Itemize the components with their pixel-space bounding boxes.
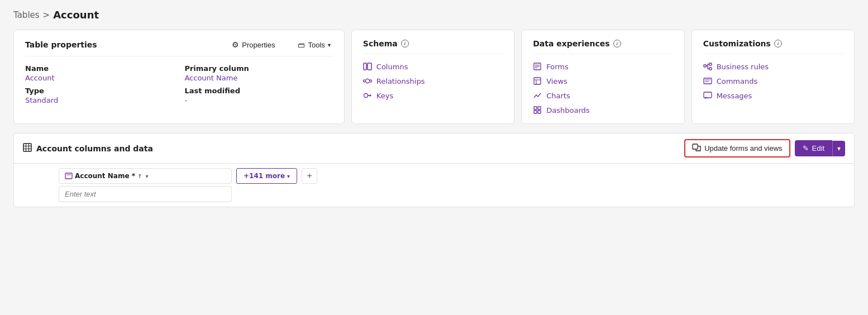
breadcrumb-parent[interactable]: Tables bbox=[13, 10, 40, 20]
customizations-title: Customizations i bbox=[703, 39, 782, 48]
table-props-grid: Name Account Primary column Account Name… bbox=[25, 64, 333, 104]
top-cards-row: Table properties ⚙ Properties 🗃 Tools ▾ bbox=[13, 30, 855, 124]
bottom-section-title: Account columns and data bbox=[23, 143, 153, 154]
bottom-section: Account columns and data Update forms an… bbox=[13, 133, 855, 207]
schema-info-icon: i bbox=[401, 40, 409, 47]
more-columns-chevron-icon: ▾ bbox=[287, 173, 290, 179]
customizations-info-icon: i bbox=[774, 40, 782, 47]
svg-rect-0 bbox=[364, 63, 366, 70]
schema-card: Schema i Columns Relationships bbox=[351, 30, 514, 124]
customizations-card: Customizations i Business rules Commands bbox=[691, 30, 855, 124]
more-columns-button[interactable]: +141 more ▾ bbox=[236, 168, 297, 184]
name-label: Name bbox=[25, 64, 173, 73]
keys-icon bbox=[363, 91, 372, 100]
business-rules-icon bbox=[703, 62, 712, 71]
views-icon bbox=[533, 77, 542, 85]
chevron-down-icon: ▾ bbox=[328, 42, 331, 48]
table-props-actions: ⚙ Properties 🗃 Tools ▾ bbox=[230, 39, 333, 50]
commands-link[interactable]: Commands bbox=[703, 77, 843, 85]
svg-rect-16 bbox=[704, 65, 706, 67]
name-value[interactable]: Account bbox=[25, 74, 173, 82]
data-exp-header: Data experiences i bbox=[533, 39, 673, 54]
messages-link[interactable]: Messages bbox=[703, 91, 843, 100]
svg-rect-18 bbox=[709, 68, 712, 70]
svg-rect-28 bbox=[693, 144, 698, 149]
data-exp-items: Forms Views Charts bbox=[533, 62, 673, 114]
schema-keys-link[interactable]: Keys bbox=[363, 91, 503, 100]
update-forms-icon bbox=[692, 144, 701, 153]
primary-col-prop: Primary column Account Name bbox=[184, 64, 332, 82]
table-props-title: Table properties bbox=[25, 40, 97, 49]
views-link[interactable]: Views bbox=[533, 77, 673, 85]
forms-link[interactable]: Forms bbox=[533, 62, 673, 71]
sort-asc-icon: ↑ bbox=[137, 173, 142, 179]
data-exp-info-icon: i bbox=[613, 40, 621, 47]
forms-icon bbox=[533, 62, 542, 71]
messages-icon bbox=[703, 91, 712, 100]
schema-items: Columns Relationships Keys bbox=[363, 62, 503, 100]
commands-icon bbox=[703, 77, 712, 85]
tools-button[interactable]: 🗃 Tools ▾ bbox=[295, 40, 332, 50]
dashboards-link[interactable]: Dashboards bbox=[533, 106, 673, 114]
svg-point-2 bbox=[363, 80, 365, 82]
type-label: Type bbox=[25, 87, 173, 95]
schema-title: Schema i bbox=[363, 39, 409, 48]
account-name-column-header[interactable]: Account Name * ↑ ▾ bbox=[59, 168, 232, 184]
last-modified-value: - bbox=[184, 96, 332, 104]
add-column-button[interactable]: + bbox=[302, 168, 317, 184]
customizations-header: Customizations i bbox=[703, 39, 843, 54]
last-modified-prop: Last modified - bbox=[184, 87, 332, 104]
col-header-chevron-icon: ▾ bbox=[145, 173, 148, 179]
svg-point-3 bbox=[369, 80, 371, 82]
svg-rect-15 bbox=[538, 111, 541, 113]
table-row bbox=[14, 186, 854, 202]
customizations-items: Business rules Commands Messages bbox=[703, 62, 843, 100]
table-grid-icon bbox=[23, 143, 32, 154]
data-table-area: Account Name * ↑ ▾ +141 more ▾ + bbox=[14, 164, 854, 207]
svg-rect-14 bbox=[534, 111, 537, 113]
schema-header: Schema i bbox=[363, 39, 503, 54]
last-modified-label: Last modified bbox=[184, 87, 332, 95]
breadcrumb: Tables > Account bbox=[13, 9, 855, 21]
data-experiences-card: Data experiences i Forms Views bbox=[521, 30, 684, 124]
breadcrumb-current: Account bbox=[53, 9, 99, 21]
primary-col-label: Primary column bbox=[184, 64, 332, 73]
data-table-header-row: Account Name * ↑ ▾ +141 more ▾ + bbox=[14, 168, 854, 184]
relationships-icon bbox=[363, 77, 372, 85]
dashboards-icon bbox=[533, 106, 542, 114]
svg-point-4 bbox=[364, 94, 368, 98]
svg-rect-23 bbox=[23, 144, 31, 151]
svg-rect-22 bbox=[704, 92, 712, 98]
gear-icon: ⚙ bbox=[232, 40, 239, 49]
properties-button[interactable]: ⚙ Properties bbox=[230, 39, 277, 50]
columns-icon bbox=[363, 62, 372, 71]
breadcrumb-separator: > bbox=[43, 10, 50, 20]
enter-text-input[interactable] bbox=[59, 186, 232, 202]
svg-rect-13 bbox=[538, 107, 541, 109]
update-forms-button[interactable]: Update forms and views bbox=[684, 139, 790, 157]
data-exp-title: Data experiences i bbox=[533, 39, 621, 48]
svg-rect-17 bbox=[709, 63, 712, 65]
edit-chevron-down-icon: ▾ bbox=[837, 145, 841, 152]
name-prop: Name Account bbox=[25, 64, 173, 82]
charts-link[interactable]: Charts bbox=[533, 91, 673, 100]
charts-icon bbox=[533, 91, 542, 100]
edit-chevron-button[interactable]: ▾ bbox=[832, 141, 845, 156]
bottom-actions: Update forms and views ✎ Edit ▾ bbox=[684, 139, 845, 157]
type-prop: Type Standard bbox=[25, 87, 173, 104]
edit-button-group: ✎ Edit ▾ bbox=[795, 140, 845, 156]
business-rules-link[interactable]: Business rules bbox=[703, 62, 843, 71]
table-properties-card: Table properties ⚙ Properties 🗃 Tools ▾ bbox=[13, 30, 345, 124]
svg-rect-19 bbox=[704, 78, 712, 84]
svg-rect-9 bbox=[534, 78, 541, 84]
edit-pencil-icon: ✎ bbox=[803, 144, 809, 152]
type-value[interactable]: Standard bbox=[25, 96, 173, 104]
svg-rect-1 bbox=[368, 63, 371, 70]
schema-columns-link[interactable]: Columns bbox=[363, 62, 503, 71]
primary-col-value[interactable]: Account Name bbox=[184, 74, 332, 82]
schema-relationships-link[interactable]: Relationships bbox=[363, 77, 503, 85]
bottom-header: Account columns and data Update forms an… bbox=[14, 133, 854, 164]
svg-rect-29 bbox=[65, 173, 72, 179]
edit-main-button[interactable]: ✎ Edit bbox=[795, 140, 832, 156]
table-props-header: Table properties ⚙ Properties 🗃 Tools ▾ bbox=[25, 39, 333, 56]
